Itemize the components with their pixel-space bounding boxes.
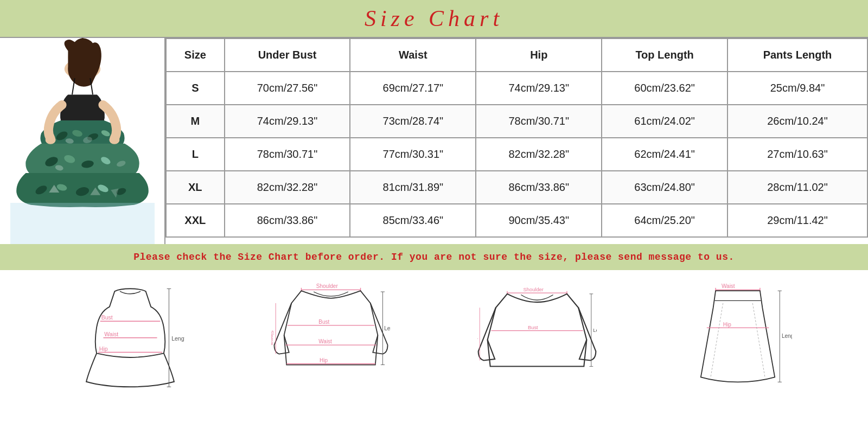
longsleeve-diagram-svg: Shoulder Bust Waist Hip Sleeve <box>271 281 391 389</box>
size-table-body: S70cm/27.56"69cm/27.17"74cm/29.13"60cm/2… <box>166 72 867 237</box>
size-table-wrapper: Size Under Bust Waist Hip Top Length Pan… <box>165 38 868 244</box>
measurement-cell: 29cm/11.42" <box>727 204 867 237</box>
footer-bar: Please check the Size Chart before order… <box>0 244 868 270</box>
measurement-cell: 90cm/35.43" <box>476 204 602 237</box>
footer-message: Please check the Size Chart before order… <box>133 252 735 263</box>
svg-text:Length: Length <box>171 336 184 342</box>
page-title: Size Chart <box>365 5 503 31</box>
measurement-cell: 63cm/24.80" <box>602 171 727 204</box>
header-bar: Size Chart <box>0 0 868 37</box>
measurement-cell: 73cm/28.74" <box>350 105 476 138</box>
svg-text:Sleeve: Sleeve <box>271 330 275 345</box>
size-cell: L <box>166 138 225 171</box>
page-wrapper: Size Chart <box>0 0 868 448</box>
col-under-bust: Under Bust <box>225 39 350 72</box>
measurement-cell: 70cm/27.56" <box>225 72 350 105</box>
measurement-cell: 26cm/10.24" <box>727 105 867 138</box>
size-cell: M <box>166 105 225 138</box>
measurement-cell: 25cm/9.84" <box>727 72 867 105</box>
svg-text:Hip: Hip <box>723 322 731 328</box>
measurement-cell: 64cm/25.20" <box>602 204 727 237</box>
table-row: XXL86cm/33.86"85cm/33.46"90cm/35.43"64cm… <box>166 204 867 237</box>
col-pants-length: Pants Length <box>727 39 867 72</box>
measurement-cell: 86cm/33.86" <box>225 204 350 237</box>
measurement-cell: 81cm/31.89" <box>350 171 476 204</box>
svg-text:Bust: Bust <box>101 315 113 321</box>
diagram-skirt: Waist Hip Length <box>684 281 792 389</box>
table-row: L78cm/30.71"77cm/30.31"82cm/32.28"62cm/2… <box>166 138 867 171</box>
table-row: S70cm/27.56"69cm/27.17"74cm/29.13"60cm/2… <box>166 72 867 105</box>
size-table: Size Under Bust Waist Hip Top Length Pan… <box>165 38 868 238</box>
svg-text:Shoulder: Shoulder <box>524 287 544 292</box>
measurement-cell: 27cm/10.63" <box>727 138 867 171</box>
diagram-sweatshirt: Shoulder Bust Sleeve Length <box>477 281 597 389</box>
measurement-cell: 82cm/32.28" <box>476 138 602 171</box>
sweatshirt-diagram-svg: Shoulder Bust Sleeve Length <box>477 281 597 389</box>
svg-text:Length: Length <box>593 328 597 333</box>
svg-text:Waist: Waist <box>722 283 735 289</box>
measurement-cell: 86cm/33.86" <box>476 171 602 204</box>
svg-text:Sleeve: Sleeve <box>477 335 478 349</box>
diagrams-area: Bust Waist Hip Length Shoulder <box>0 270 868 400</box>
col-waist: Waist <box>350 39 476 72</box>
svg-point-24 <box>45 136 55 144</box>
measurement-cell: 62cm/24.41" <box>602 138 727 171</box>
measurement-cell: 78cm/30.71" <box>476 105 602 138</box>
size-cell: XL <box>166 171 225 204</box>
svg-text:Bust: Bust <box>318 319 329 325</box>
table-header-row: Size Under Bust Waist Hip Top Length Pan… <box>166 39 867 72</box>
measurement-cell: 60cm/23.62" <box>602 72 727 105</box>
table-row: XL82cm/32.28"81cm/31.89"86cm/33.86"63cm/… <box>166 171 867 204</box>
diagram-dress: Bust Waist Hip Length <box>76 281 184 389</box>
svg-text:Hip: Hip <box>320 357 328 363</box>
col-top-length: Top Length <box>602 39 727 72</box>
size-cell: XXL <box>166 204 225 237</box>
measurement-cell: 74cm/29.13" <box>476 72 602 105</box>
diagram-longsleeve: Shoulder Bust Waist Hip Sleeve <box>271 281 391 389</box>
svg-text:Waist: Waist <box>104 331 118 337</box>
svg-text:Hip: Hip <box>99 346 108 352</box>
measurement-cell: 74cm/29.13" <box>225 105 350 138</box>
measurement-cell: 61cm/24.02" <box>602 105 727 138</box>
measurement-cell: 85cm/33.46" <box>350 204 476 237</box>
measurement-cell: 78cm/30.71" <box>225 138 350 171</box>
svg-rect-26 <box>10 203 155 244</box>
skirt-diagram-svg: Waist Hip Length <box>684 281 792 389</box>
svg-text:Length: Length <box>782 333 792 339</box>
product-image <box>7 38 158 244</box>
dress-diagram-svg: Bust Waist Hip Length <box>76 281 184 389</box>
svg-point-25 <box>109 136 119 144</box>
col-hip: Hip <box>476 39 602 72</box>
svg-text:Bust: Bust <box>528 325 538 330</box>
product-image-cell <box>0 38 165 244</box>
measurement-cell: 28cm/11.02" <box>727 171 867 204</box>
svg-text:Shoulder: Shoulder <box>316 283 339 289</box>
measurement-cell: 69cm/27.17" <box>350 72 476 105</box>
table-row: M74cm/29.13"73cm/28.74"78cm/30.71"61cm/2… <box>166 105 867 138</box>
col-size: Size <box>166 39 225 72</box>
measurement-cell: 82cm/32.28" <box>225 171 350 204</box>
svg-text:Waist: Waist <box>318 338 332 344</box>
size-cell: S <box>166 72 225 105</box>
main-area: Size Under Bust Waist Hip Top Length Pan… <box>0 37 868 244</box>
svg-text:Length: Length <box>384 325 391 331</box>
measurement-cell: 77cm/30.31" <box>350 138 476 171</box>
